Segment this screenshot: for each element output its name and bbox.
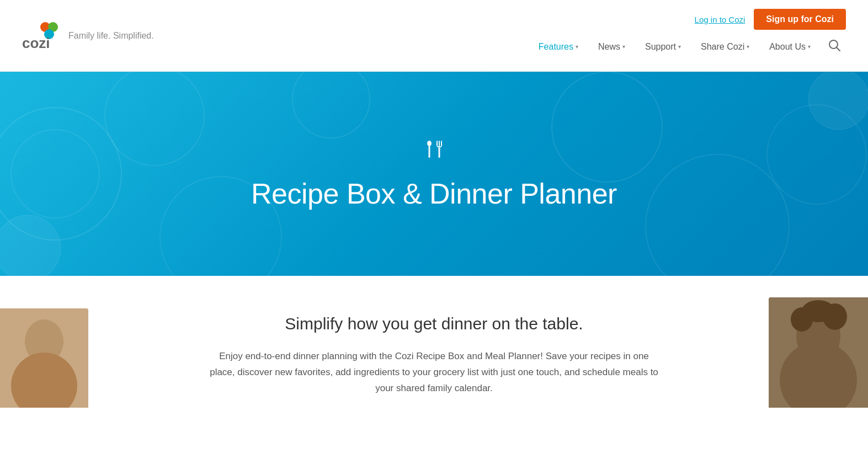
hero-title: Recipe Box & Dinner Planner bbox=[251, 177, 617, 210]
cozi-logo[interactable]: cozi bbox=[22, 20, 62, 51]
svg-rect-20 bbox=[441, 141, 442, 146]
svg-point-6 bbox=[0, 108, 121, 240]
svg-point-8 bbox=[105, 72, 204, 166]
svg-rect-21 bbox=[437, 146, 441, 147]
header: Log in to Cozi Sign up for Cozi cozi Fam… bbox=[0, 0, 868, 72]
svg-point-7 bbox=[11, 130, 99, 218]
chevron-news: ▾ bbox=[622, 44, 625, 50]
people-right-image bbox=[769, 297, 868, 408]
content-subtitle: Simplify how you get dinner on the table… bbox=[22, 314, 846, 333]
hero-banner: Recipe Box & Dinner Planner bbox=[0, 72, 868, 276]
content-body: Enjoy end-to-end dinner planning with th… bbox=[208, 349, 661, 397]
nav-label-share-cozi: Share Cozi bbox=[701, 42, 744, 52]
main-nav: Features ▾ News ▾ Support ▾ Share Cozi ▾… bbox=[531, 36, 846, 57]
logo-area: cozi Family life. Simplified. bbox=[22, 20, 154, 51]
search-icon bbox=[828, 39, 840, 51]
svg-point-15 bbox=[808, 72, 868, 130]
hero-content: Recipe Box & Dinner Planner bbox=[251, 138, 617, 210]
svg-rect-19 bbox=[439, 141, 440, 146]
svg-point-4 bbox=[829, 40, 838, 49]
nav-label-news: News bbox=[598, 42, 620, 52]
login-link[interactable]: Log in to Cozi bbox=[695, 15, 745, 24]
utensils-icon bbox=[251, 138, 617, 167]
svg-rect-22 bbox=[439, 147, 440, 158]
svg-line-5 bbox=[837, 48, 840, 51]
chevron-share-cozi: ▾ bbox=[747, 44, 749, 50]
signup-button[interactable]: Sign up for Cozi bbox=[754, 9, 846, 30]
chevron-features: ▾ bbox=[576, 44, 578, 50]
svg-rect-18 bbox=[436, 141, 438, 146]
nav-item-news[interactable]: News ▾ bbox=[590, 39, 633, 55]
chevron-about-us: ▾ bbox=[808, 44, 811, 50]
svg-rect-17 bbox=[429, 146, 430, 158]
nav-item-share-cozi[interactable]: Share Cozi ▾ bbox=[693, 39, 757, 55]
header-top-actions: Log in to Cozi Sign up for Cozi bbox=[695, 9, 846, 30]
nav-label-features: Features bbox=[539, 42, 573, 52]
nav-item-about-us[interactable]: About Us ▾ bbox=[762, 39, 818, 55]
content-section: Simplify how you get dinner on the table… bbox=[0, 276, 868, 408]
chevron-support: ▾ bbox=[678, 44, 681, 50]
nav-item-support[interactable]: Support ▾ bbox=[637, 39, 689, 55]
svg-point-10 bbox=[292, 72, 370, 138]
people-left-image bbox=[0, 308, 88, 408]
svg-text:cozi: cozi bbox=[22, 35, 50, 51]
svg-point-12 bbox=[646, 154, 789, 276]
svg-point-16 bbox=[427, 141, 432, 146]
nav-label-support: Support bbox=[645, 42, 676, 52]
svg-point-14 bbox=[0, 215, 61, 276]
logo-tagline: Family life. Simplified. bbox=[68, 31, 154, 41]
svg-point-13 bbox=[767, 105, 866, 204]
svg-point-30 bbox=[802, 300, 835, 322]
nav-label-about-us: About Us bbox=[769, 42, 806, 52]
search-button[interactable] bbox=[823, 36, 846, 57]
nav-item-features[interactable]: Features ▾ bbox=[531, 39, 586, 55]
